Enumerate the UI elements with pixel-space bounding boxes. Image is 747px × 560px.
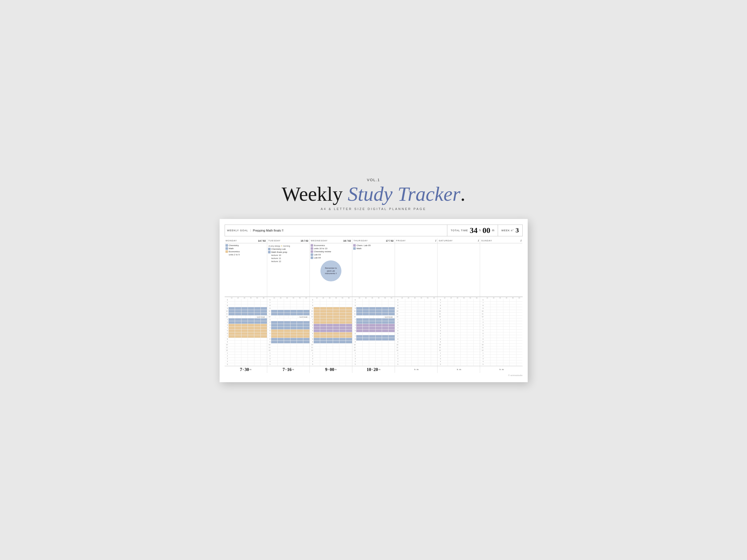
tracker-cell — [327, 363, 333, 366]
task-item: Chemistry review — [311, 250, 351, 253]
tracker-cell — [484, 361, 490, 363]
tracker-cell — [314, 313, 320, 315]
tracker-cell — [290, 327, 297, 329]
tracker-cell — [339, 355, 346, 357]
hour-label: 1 — [480, 318, 484, 321]
tracker-cell — [399, 338, 405, 341]
tracker-cell — [412, 357, 418, 360]
tracker-cells — [314, 301, 352, 304]
hour-label: 11 — [267, 313, 271, 315]
tracker-cell — [516, 338, 523, 341]
tracker-cell — [356, 318, 363, 321]
tracker-cell — [412, 361, 418, 363]
tracker-hour-row: 12 — [395, 349, 437, 352]
tracker-cells — [356, 335, 395, 338]
tracker-cell — [382, 361, 388, 363]
tracker-cell — [248, 332, 254, 335]
tracker-cell — [248, 352, 254, 354]
tracker-cell — [418, 327, 424, 329]
tracker-cell — [484, 321, 490, 324]
tracker-hour-row: 2 — [267, 355, 309, 357]
total-col-saturday: h m — [438, 366, 480, 373]
tracker-cell — [418, 352, 424, 354]
tracker-hour-row: 2 — [225, 355, 267, 357]
tracker-hour-row: 9 — [225, 341, 267, 344]
tracker-cells — [484, 338, 522, 341]
tracker-hour-row: 10 — [267, 344, 309, 346]
hour-label: 4 — [395, 361, 399, 363]
tracker-cell — [382, 341, 388, 343]
tracker-cells — [441, 329, 480, 332]
tracker-cells — [484, 316, 522, 318]
hour-label: 4 — [310, 327, 314, 329]
tracker-cell — [376, 363, 382, 366]
tracker-cells — [314, 318, 352, 321]
tracker-cell — [467, 352, 474, 354]
tracker-cell — [333, 349, 339, 352]
tracker-cell — [314, 363, 320, 366]
tracker-cell — [516, 324, 523, 326]
tracker-cell — [418, 338, 424, 341]
tracker-cell — [510, 329, 516, 332]
tracker-cell — [490, 346, 497, 349]
hour-label: 6 — [310, 332, 314, 335]
tracker-cell — [467, 321, 474, 324]
tracker-cell — [356, 349, 363, 352]
tracker-cell — [229, 363, 235, 366]
tracker-cell — [356, 329, 363, 332]
tracker-cell — [382, 301, 388, 304]
tracker-cell — [241, 344, 248, 346]
tracker-cell — [516, 327, 523, 329]
tracker-cell — [461, 313, 467, 315]
hour-label: 3 — [310, 357, 314, 360]
tracker-cell — [235, 327, 241, 329]
tracker-cell — [369, 316, 374, 318]
tracker-cell — [399, 324, 405, 326]
tracker-cell — [271, 361, 278, 363]
tracker-hour-row: 3 — [310, 324, 352, 327]
tracker-cell — [356, 299, 363, 301]
tracker-cell — [271, 310, 278, 313]
tracker-cell — [510, 335, 516, 338]
tracker-hour-row: 10 — [310, 310, 352, 313]
tracker-cell — [467, 324, 474, 326]
tracker-cells — [356, 346, 395, 349]
tracker-cell — [441, 327, 448, 329]
tracker-cell — [441, 355, 448, 357]
hour-label: 11 — [352, 346, 356, 349]
tracker-cell — [448, 321, 454, 324]
tracker-cell — [474, 357, 480, 360]
tracker-cell — [356, 304, 363, 307]
tracker-cell — [431, 316, 437, 318]
tracker-cell — [254, 301, 261, 304]
total-m-lbl: m — [379, 368, 380, 371]
tracker-cell — [229, 344, 235, 346]
tracker-cell — [474, 341, 480, 343]
tracker-cell — [484, 318, 490, 321]
tracker-cell — [376, 301, 382, 304]
tracker-cell — [271, 355, 278, 357]
tracker-cell — [339, 363, 346, 366]
tracker-cell — [382, 352, 388, 354]
tracker-cell — [314, 299, 320, 301]
tracker-cell — [280, 316, 284, 318]
hour-label: 9 — [225, 307, 229, 310]
tracker-cell — [284, 349, 290, 352]
hour-label: 8 — [438, 338, 441, 341]
tracker-col-sunday: 1020304050606789101112123456789101112123… — [480, 297, 522, 366]
tracker-cell — [363, 338, 369, 341]
tracker-cell — [467, 344, 474, 346]
tracker-hour-row: 1 — [225, 318, 267, 321]
total-col-sunday: h m — [480, 366, 522, 373]
tracker-cell — [424, 355, 431, 357]
tracker-cell — [412, 324, 418, 326]
tracker-cell — [314, 349, 320, 352]
tracker-cell — [454, 361, 461, 363]
tracker-cell — [297, 313, 303, 315]
tracker-cell — [497, 310, 503, 313]
total-h-lbl: h — [499, 368, 500, 371]
tracker-cells — [356, 301, 395, 304]
tracker-cell — [454, 346, 461, 349]
hour-label: 10 — [267, 310, 271, 313]
total-col-wednesday: 9 h 00 m — [310, 366, 352, 373]
